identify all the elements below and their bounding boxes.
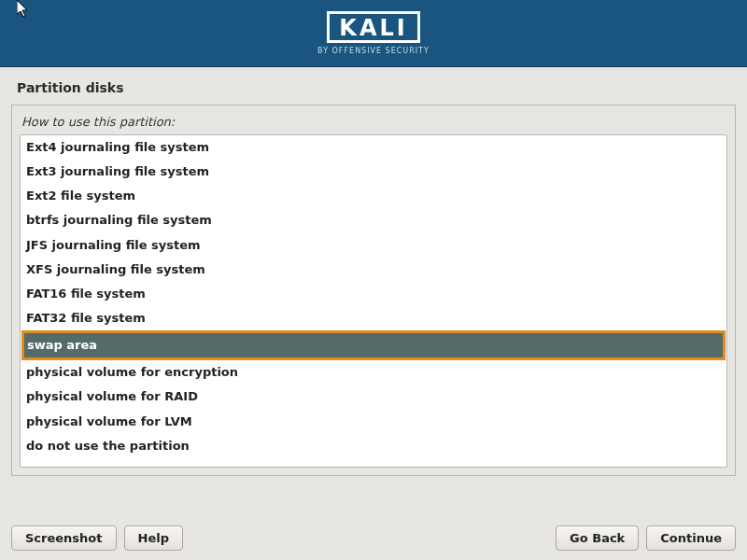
list-item[interactable]: FAT32 file system: [21, 306, 726, 330]
list-item[interactable]: Ext4 journaling file system: [21, 135, 726, 160]
list-item-selected[interactable]: swap area: [21, 330, 726, 360]
prompt-label: How to use this partition:: [20, 113, 727, 134]
list-item[interactable]: JFS journaling file system: [21, 233, 726, 258]
logo-tagline: BY OFFENSIVE SECURITY: [317, 47, 430, 55]
list-item[interactable]: XFS journaling file system: [21, 258, 726, 282]
list-item[interactable]: Ext3 journaling file system: [21, 160, 726, 184]
continue-button[interactable]: Continue: [646, 525, 736, 551]
partition-use-listbox[interactable]: Ext4 journaling file systemExt3 journali…: [20, 134, 727, 468]
list-item[interactable]: Ext2 file system: [21, 184, 726, 208]
list-item[interactable]: FAT16 file system: [21, 282, 726, 306]
main-panel: How to use this partition: Ext4 journali…: [11, 105, 736, 476]
go-back-button[interactable]: Go Back: [556, 525, 639, 551]
kali-logo: KALI BY OFFENSIVE SECURITY: [317, 11, 430, 55]
button-bar: Screenshot Help Go Back Continue: [11, 525, 736, 551]
screenshot-button[interactable]: Screenshot: [11, 525, 117, 551]
list-item[interactable]: do not use the partition: [21, 434, 726, 458]
list-item[interactable]: physical volume for LVM: [21, 410, 726, 434]
list-item[interactable]: btrfs journaling file system: [21, 208, 726, 232]
list-item-label: swap area: [24, 333, 723, 357]
header-banner: KALI BY OFFENSIVE SECURITY: [0, 0, 747, 67]
list-item[interactable]: physical volume for RAID: [21, 385, 726, 409]
list-item[interactable]: physical volume for encryption: [21, 360, 726, 385]
help-button[interactable]: Help: [124, 525, 183, 551]
logo-text: KALI: [327, 11, 419, 43]
page-title: Partition disks: [0, 67, 747, 105]
